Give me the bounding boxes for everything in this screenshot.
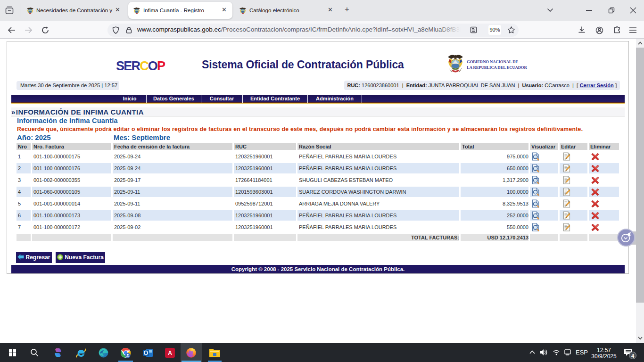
svg-text:A: A (168, 350, 172, 356)
